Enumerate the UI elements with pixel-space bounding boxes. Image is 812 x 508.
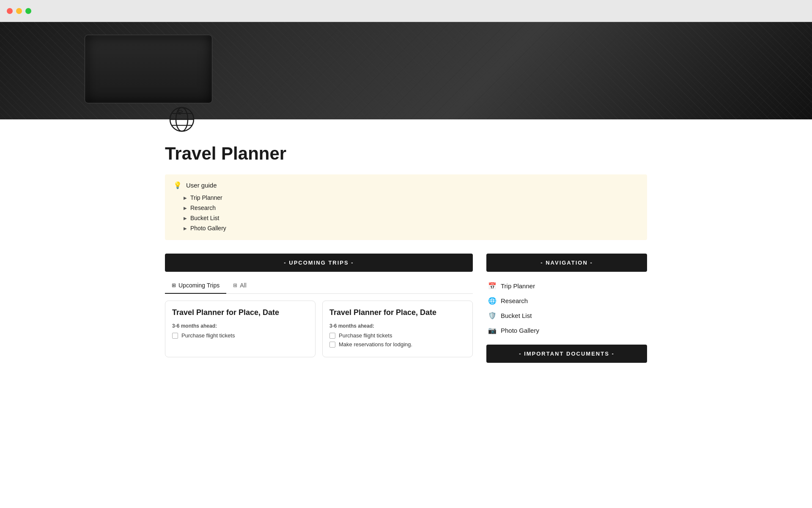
trips-tabs-row: ⊞ Upcoming Trips ⊞ All [165,279,473,294]
nav-item-label: Bucket List [501,312,532,319]
tab-label: Upcoming Trips [178,282,219,289]
important-documents-header: - IMPORTANT DOCUMENTS - [486,345,647,363]
calendar-icon: 📅 [488,282,497,290]
checkbox-label-1: Purchase flight tickets [181,332,235,339]
tab-all[interactable]: ⊞ All [226,279,253,294]
callout-item-label: Bucket List [190,215,219,221]
triangle-icon: ▶ [184,196,187,200]
tab-label: All [240,282,247,289]
checkbox-item-2a: Purchase flight tickets [329,332,466,339]
check-shield-icon: 🛡️ [488,312,497,320]
triangle-icon: ▶ [184,226,187,231]
trips-cards-grid: Travel Planner for Place, Date 3-6 month… [165,301,473,357]
trip-card-title-2: Travel Planner for Place, Date [329,308,466,318]
checkbox-label-2a: Purchase flight tickets [339,332,392,339]
tab-upcoming-trips[interactable]: ⊞ Upcoming Trips [165,279,226,294]
callout-item-label: Photo Gallery [190,225,226,232]
cover-image [0,22,812,119]
upcoming-trips-section: - UPCOMING TRIPS - ⊞ Upcoming Trips ⊞ Al… [165,254,473,357]
globe-svg-icon [165,102,199,136]
checkbox-2b[interactable] [329,342,335,348]
navigation-list: 📅 Trip Planner 🌐 Research 🛡️ Bucket List… [486,279,647,338]
browser-chrome [0,0,812,22]
callout-item-trip-planner[interactable]: ▶ Trip Planner [184,193,639,203]
nav-item-photo-gallery[interactable]: 📷 Photo Gallery [486,323,647,338]
page-icon [165,102,199,136]
navigation-header: - NAVIGATION - [486,254,647,272]
checkbox-label-2b: Make reservations for lodging. [339,341,412,348]
globe-nav-icon: 🌐 [488,297,497,305]
nav-item-bucket-list[interactable]: 🛡️ Bucket List [486,308,647,323]
callout-item-bucket-list[interactable]: ▶ Bucket List [184,213,639,223]
grid-icon: ⊞ [172,282,176,288]
right-col: - NAVIGATION - 📅 Trip Planner 🌐 Research… [486,254,647,363]
callout-list: ▶ Trip Planner ▶ Research ▶ Bucket List … [173,193,639,233]
callout-item-label: Trip Planner [190,194,222,201]
minimize-button[interactable] [16,8,22,14]
checkbox-1[interactable] [172,333,178,339]
triangle-icon: ▶ [184,206,187,210]
callout-item-label: Research [190,204,216,211]
trip-card-title-1: Travel Planner for Place, Date [172,308,308,318]
checkbox-2a[interactable] [329,333,335,339]
grid-icon: ⊞ [233,282,237,288]
nav-item-trip-planner[interactable]: 📅 Trip Planner [486,279,647,293]
callout-block: 💡 User guide ▶ Trip Planner ▶ Research ▶… [165,174,647,240]
maximize-button[interactable] [25,8,31,14]
checkbox-item-2b: Make reservations for lodging. [329,341,466,348]
two-col-layout: - UPCOMING TRIPS - ⊞ Upcoming Trips ⊞ Al… [165,254,647,363]
nav-item-label: Photo Gallery [501,327,539,334]
nav-item-label: Research [501,297,528,304]
nav-item-research[interactable]: 🌐 Research [486,293,647,308]
callout-item-research[interactable]: ▶ Research [184,203,639,213]
trip-card-subtitle-1: 3-6 months ahead: [172,323,308,329]
page-content: Travel Planner 💡 User guide ▶ Trip Plann… [131,102,681,388]
navigation-block: - NAVIGATION - 📅 Trip Planner 🌐 Research… [486,254,647,338]
callout-title: User guide [186,182,217,189]
callout-header: 💡 User guide [173,181,639,189]
nav-item-label: Trip Planner [501,282,535,290]
triangle-icon: ▶ [184,216,187,221]
trip-card-2: Travel Planner for Place, Date 3-6 month… [322,301,473,357]
trip-card-subtitle-2: 3-6 months ahead: [329,323,466,329]
trip-card-1: Travel Planner for Place, Date 3-6 month… [165,301,315,357]
checkbox-item-1: Purchase flight tickets [172,332,308,339]
callout-bulb-icon: 💡 [173,181,182,189]
callout-item-photo-gallery[interactable]: ▶ Photo Gallery [184,223,639,233]
upcoming-trips-header: - UPCOMING TRIPS - [165,254,473,272]
close-button[interactable] [7,8,13,14]
camera-icon: 📷 [488,326,497,334]
page-title: Travel Planner [165,143,647,164]
